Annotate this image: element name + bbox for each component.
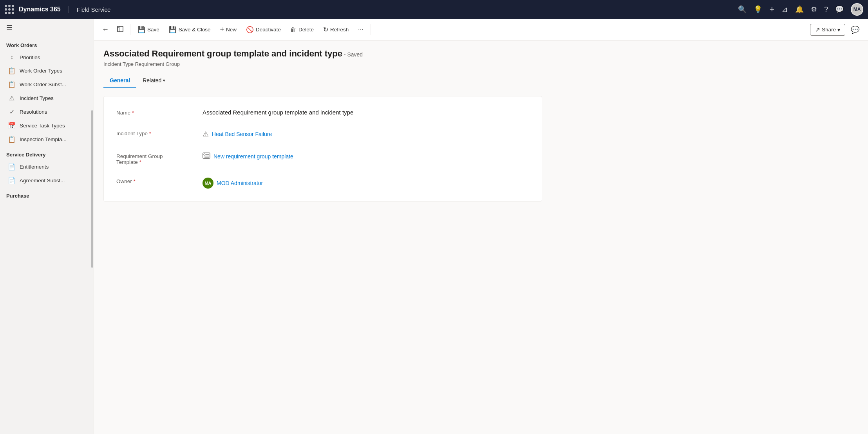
svg-rect-0 — [118, 26, 123, 32]
field-req-group-value[interactable]: New requirement group template — [203, 151, 529, 162]
expand-button[interactable] — [114, 23, 127, 36]
record-area: Associated Requirement group template an… — [94, 41, 868, 434]
sidebar: ☰ Work Orders ↕ Priorities 📋 Work Order … — [0, 19, 94, 434]
save-icon: 💾 — [137, 26, 145, 33]
top-navigation: Dynamics 365 Field Service 🔍 💡 + ⊿ 🔔 ⚙ ?… — [0, 0, 868, 19]
field-owner-label: Owner — [116, 176, 203, 184]
sidebar-item-label: Incident Types — [20, 95, 54, 101]
search-icon[interactable]: 🔍 — [738, 5, 747, 14]
save-button[interactable]: 💾 Save — [134, 24, 163, 36]
resolutions-icon: ✓ — [8, 108, 16, 116]
refresh-button[interactable]: ↻ Refresh — [319, 24, 353, 36]
sidebar-item-label: Resolutions — [20, 109, 47, 115]
tab-related-label: Related — [143, 77, 161, 84]
field-incident-type-value[interactable]: ⚠ Heat Bed Sensor Failure — [203, 128, 529, 140]
sidebar-section-work-orders: Work Orders — [0, 37, 94, 51]
field-owner-text: MOD Administrator — [217, 180, 263, 186]
sidebar-item-work-order-subst[interactable]: 📋 Work Order Subst... — [2, 78, 92, 91]
refresh-label: Refresh — [330, 27, 349, 33]
incident-types-icon: ⚠ — [8, 94, 16, 102]
sidebar-item-label: Agreement Subst... — [20, 178, 65, 183]
work-order-subst-icon: 📋 — [8, 81, 16, 88]
record-subtitle: Incident Type Requirement Group — [103, 61, 859, 67]
field-incident-type-label: Incident Type — [116, 128, 203, 136]
owner-avatar: MA — [203, 178, 213, 189]
back-button[interactable]: ← — [99, 23, 112, 36]
sidebar-item-entitlements[interactable]: 📄 Entitlements — [2, 160, 92, 174]
sidebar-section-service-delivery: Service Delivery — [0, 146, 94, 160]
req-group-icon — [203, 153, 210, 160]
chat-button[interactable]: 💬 — [847, 23, 863, 36]
refresh-icon: ↻ — [323, 26, 328, 33]
save-label: Save — [147, 27, 159, 33]
sidebar-item-inspection-templa[interactable]: 📋 Inspection Templa... — [2, 133, 92, 146]
toolbar-separator-1 — [130, 24, 130, 35]
sidebar-item-priorities[interactable]: ↕ Priorities — [2, 51, 92, 64]
new-button[interactable]: + New — [216, 23, 241, 36]
entitlements-icon: 📄 — [8, 163, 16, 171]
share-label: Share — [822, 27, 836, 33]
sidebar-item-label: Work Order Subst... — [20, 82, 66, 87]
record-title: Associated Requirement group template an… — [103, 49, 342, 58]
record-title-row: Associated Requirement group template an… — [103, 49, 859, 59]
field-name-text: Associated Requirement group template an… — [203, 109, 353, 116]
work-order-types-icon: 📋 — [8, 67, 16, 74]
add-icon[interactable]: + — [769, 4, 774, 15]
toolbar: ← 💾 Save 💾 Save & Close + New 🚫 — [94, 19, 868, 41]
deactivate-label: Deactivate — [256, 27, 281, 33]
sidebar-item-label: Service Task Types — [20, 123, 65, 129]
sidebar-item-service-task-types[interactable]: 📅 Service Task Types — [2, 119, 92, 133]
avatar[interactable]: MA — [851, 3, 863, 16]
save-close-icon: 💾 — [169, 26, 177, 33]
tab-general[interactable]: General — [103, 73, 136, 88]
deactivate-icon: 🚫 — [246, 26, 254, 33]
save-close-button[interactable]: 💾 Save & Close — [165, 24, 215, 36]
sidebar-item-label: Inspection Templa... — [20, 136, 67, 142]
settings-icon[interactable]: ⚙ — [811, 5, 817, 14]
record-saved-status: - Saved — [344, 51, 363, 58]
share-dropdown-icon: ▾ — [837, 27, 840, 33]
bell-icon[interactable]: 🔔 — [795, 5, 804, 14]
app-launcher-icon[interactable] — [5, 5, 14, 14]
share-icon: ↗ — [815, 26, 820, 33]
hamburger-menu[interactable]: ☰ — [0, 19, 94, 37]
app-name: Field Service — [77, 6, 738, 13]
content-area: ← 💾 Save 💾 Save & Close + New 🚫 — [94, 19, 868, 434]
chevron-down-icon: ▾ — [163, 78, 165, 83]
field-owner-value[interactable]: MA MOD Administrator — [203, 176, 529, 190]
field-req-group-row: Requirement GroupTemplate New requir — [116, 151, 529, 165]
sidebar-item-agreement-subst[interactable]: 📄 Agreement Subst... — [2, 174, 92, 187]
req-group-svg — [203, 153, 210, 159]
new-icon: + — [220, 25, 224, 34]
field-owner-row: Owner MA MOD Administrator — [116, 176, 529, 190]
more-label: ⋯ — [358, 27, 363, 33]
idea-icon[interactable]: 💡 — [754, 5, 762, 14]
help-icon[interactable]: ? — [824, 5, 828, 14]
sidebar-item-label: Entitlements — [20, 164, 49, 170]
chat-icon[interactable]: 💬 — [835, 5, 844, 14]
expand-icon — [117, 25, 124, 33]
new-label: New — [226, 27, 237, 33]
field-incident-type-row: Incident Type ⚠ Heat Bed Sensor Failure — [116, 128, 529, 140]
brand-name: Dynamics 365 — [19, 6, 69, 13]
field-name-row: Name Associated Requirement group templa… — [116, 107, 529, 117]
field-req-group-label: Requirement GroupTemplate — [116, 151, 203, 165]
scrollbar[interactable] — [91, 110, 93, 268]
delete-label: Delete — [298, 27, 314, 33]
sidebar-item-work-order-types[interactable]: 📋 Work Order Types — [2, 64, 92, 78]
sidebar-item-resolutions[interactable]: ✓ Resolutions — [2, 105, 92, 119]
main-layout: ☰ Work Orders ↕ Priorities 📋 Work Order … — [0, 19, 868, 434]
more-button[interactable]: ⋯ — [354, 24, 367, 35]
form-card: Name Associated Requirement group templa… — [103, 96, 542, 202]
tabs: General Related ▾ — [103, 73, 859, 88]
field-name-label: Name — [116, 107, 203, 116]
delete-button[interactable]: 🗑 Delete — [286, 24, 318, 36]
delete-icon: 🗑 — [290, 26, 297, 33]
tab-related[interactable]: Related ▾ — [136, 73, 172, 88]
filter-icon[interactable]: ⊿ — [781, 5, 788, 14]
sidebar-item-label: Priorities — [20, 54, 40, 60]
agreement-subst-icon: 📄 — [8, 177, 16, 184]
deactivate-button[interactable]: 🚫 Deactivate — [242, 24, 285, 36]
sidebar-item-incident-types[interactable]: ⚠ Incident Types — [2, 91, 92, 105]
share-button[interactable]: ↗ Share ▾ — [810, 24, 845, 36]
